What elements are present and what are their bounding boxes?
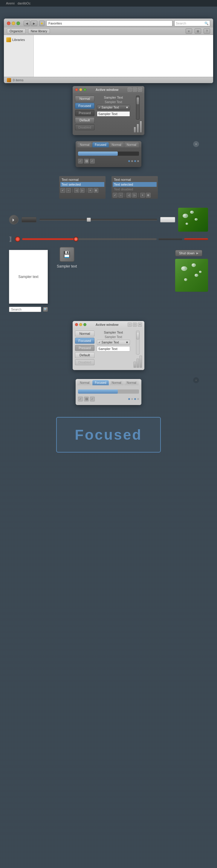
maximize-dot-dark[interactable] xyxy=(83,88,86,91)
shutdown-button[interactable]: Shut down ▶ xyxy=(175,250,203,256)
te-x-r[interactable]: × xyxy=(140,193,145,197)
win-icon-1[interactable]: – xyxy=(128,88,132,92)
te-minus-l[interactable]: − xyxy=(66,188,71,193)
pressed-button-dark[interactable]: Pressed xyxy=(75,110,94,116)
scrollbar-light[interactable] xyxy=(136,331,140,354)
te-left-r[interactable]: ◁ xyxy=(126,193,131,197)
view-list-button[interactable]: ≡ xyxy=(186,28,192,34)
active-window-dark-section: Active window – □ × Normal Focused Press… xyxy=(0,80,217,138)
window-titlebar-light: Active window – □ × xyxy=(73,321,144,328)
text-selected-left-dark[interactable]: Text selected xyxy=(60,182,104,187)
text-normal-right-dark: Text normal xyxy=(113,177,157,182)
red-slider-thumb[interactable] xyxy=(73,237,78,242)
tab-3-dark[interactable]: Normal xyxy=(110,142,124,147)
view-icon-button[interactable]: ⊞ xyxy=(194,28,201,34)
browser-main-area xyxy=(34,35,213,77)
sampler-text-1-dark: Sampler Text xyxy=(97,96,130,99)
te-right-l[interactable]: ▷ xyxy=(80,188,85,193)
ctrl-icon-2-dark[interactable]: 🖼 xyxy=(84,159,89,163)
ctrl-group-left-light: ✓ 🖼 ✓ xyxy=(78,397,95,401)
normal-button-light[interactable]: Normal xyxy=(75,331,94,337)
droplet-3 xyxy=(194,218,197,221)
ctrl-icon-3-dark[interactable]: ✓ xyxy=(90,159,95,163)
library-item[interactable]: Libraries xyxy=(6,37,31,42)
browser-section: ◀ ▶ ★ Favorites Search 🔍 Organize New li… xyxy=(0,7,217,80)
win-icon-3-l[interactable]: × xyxy=(138,322,142,327)
tab-controls-dark: ✓ 🖼 ✓ xyxy=(78,157,139,165)
ctrl-icon-1-light[interactable]: ✓ xyxy=(78,397,83,401)
te-left-l[interactable]: ◁ xyxy=(74,188,79,193)
tab-titlebar-light: Normal Focused Normal Normal xyxy=(75,379,142,385)
focused-button-dark[interactable]: Focused xyxy=(75,103,94,109)
search-icon-btn[interactable]: 🔍 xyxy=(43,307,48,312)
te-copy-r[interactable]: ⊞ xyxy=(146,193,151,197)
dropdown-light[interactable]: ✓ Sampler Text ▼ xyxy=(97,340,130,345)
close-dot-dark[interactable] xyxy=(75,88,78,91)
app-name-2: danlibOc xyxy=(18,1,30,5)
normal-button-dark[interactable]: Normal xyxy=(75,96,94,102)
input-light[interactable]: Sampler Text xyxy=(97,346,130,351)
paper-section: Sampler text 🔍 💾 Sampler text Shut down … xyxy=(0,247,217,315)
tab-1-light[interactable]: Normal xyxy=(78,380,92,385)
close-dot-light[interactable] xyxy=(75,323,78,326)
dropdown-arrow-dark: ▼ xyxy=(126,106,128,109)
minimize-dot[interactable] xyxy=(12,22,15,25)
address-text: Favorites xyxy=(49,22,62,25)
organize-button[interactable]: Organize xyxy=(7,28,26,34)
favorites-star[interactable]: ★ xyxy=(39,21,44,26)
search-box[interactable]: Search 🔍 xyxy=(174,20,210,26)
droplet-1 xyxy=(183,214,188,218)
te-copy-l[interactable]: ⊞ xyxy=(94,188,98,193)
tab-2-dark[interactable]: Focused xyxy=(92,142,108,147)
ctrl-icon-3-light[interactable]: ✓ xyxy=(90,397,95,401)
tab-4-light[interactable]: Normal xyxy=(124,380,139,385)
forward-button[interactable]: ▶ xyxy=(31,21,37,26)
close-button-dark[interactable]: × xyxy=(193,141,199,147)
win-icon-1-l[interactable]: – xyxy=(128,322,132,327)
dropdown-dark[interactable]: ✓ Sampler Text ▼ xyxy=(97,105,130,110)
scrollbar-thumb-dark[interactable] xyxy=(136,97,139,104)
tab-1-dark[interactable]: Normal xyxy=(78,142,92,147)
minimize-dot-light[interactable] xyxy=(79,323,82,326)
scrollbar-thumb-light[interactable] xyxy=(136,332,139,340)
pressed-button-light[interactable]: Pressed xyxy=(75,345,94,351)
te-x-l[interactable]: × xyxy=(88,188,93,193)
close-button-light[interactable]: × xyxy=(193,377,199,383)
focused-label-box: Focused xyxy=(56,417,160,453)
te-check-r[interactable]: ✓ xyxy=(113,193,118,197)
ctrl-icon-1-dark[interactable]: ✓ xyxy=(78,159,83,163)
tab-4-dark[interactable]: Normal xyxy=(124,142,139,147)
maximize-dot[interactable] xyxy=(17,22,20,25)
focused-button-light[interactable]: Focused xyxy=(75,338,94,344)
input-dark[interactable]: Sampler Text xyxy=(97,111,130,117)
tab-titlebar-dark: Normal Focused Normal Normal xyxy=(75,141,142,147)
tab-3-light[interactable]: Normal xyxy=(110,380,124,385)
te-minus-r[interactable]: − xyxy=(118,193,123,197)
media-controls-row-2: level xyxy=(9,235,208,244)
tab-2-light[interactable]: Focused xyxy=(92,380,108,385)
te-check-l[interactable]: ✓ xyxy=(60,188,65,193)
record-button[interactable] xyxy=(15,237,20,242)
win-icon-2[interactable]: □ xyxy=(133,88,137,92)
active-window-light-section: Active window – □ × Normal Focused Press… xyxy=(0,315,217,373)
win-icon-3[interactable]: × xyxy=(138,88,142,92)
help-button[interactable]: ? xyxy=(204,28,210,34)
tab-window-dark: Normal Focused Normal Normal ✓ 🖼 ✓ xyxy=(75,141,142,167)
scrollbar-dark[interactable] xyxy=(136,96,140,120)
default-button-dark[interactable]: Default xyxy=(75,117,94,123)
win-icon-2-l[interactable]: □ xyxy=(133,322,137,327)
search-input[interactable] xyxy=(9,307,41,312)
ctrl-icon-2-light[interactable]: 🖼 xyxy=(84,397,89,401)
slider-thumb-dark[interactable] xyxy=(87,218,91,222)
play-button[interactable]: ⏵ xyxy=(9,215,19,224)
address-bar[interactable]: Favorites xyxy=(46,20,173,26)
back-button[interactable]: ◀ xyxy=(24,21,30,26)
new-library-button[interactable]: New library xyxy=(28,28,50,34)
maximize-dot-light[interactable] xyxy=(83,323,86,326)
te-right-r[interactable]: ▷ xyxy=(132,193,137,197)
text-selected-right-dark[interactable]: Text selected xyxy=(113,182,157,187)
close-dot[interactable] xyxy=(7,22,10,25)
default-button-light[interactable]: Default xyxy=(75,352,94,358)
dropdown-arrow-light: ▼ xyxy=(126,341,128,344)
minimize-dot-dark[interactable] xyxy=(79,88,82,91)
